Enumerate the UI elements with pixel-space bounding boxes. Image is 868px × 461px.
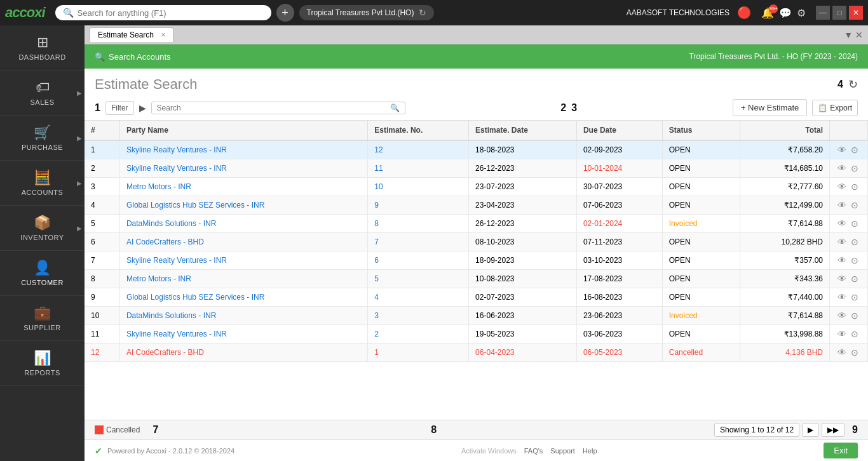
cell-est-no[interactable]: 7 bbox=[368, 233, 469, 251]
cell-party[interactable]: Global Logistics Hub SEZ Services - INR bbox=[119, 196, 367, 215]
sidebar-item-customer[interactable]: 👤 CUSTOMER bbox=[0, 251, 85, 296]
close-button[interactable]: ✕ bbox=[849, 6, 863, 20]
filter-button[interactable]: Filter bbox=[105, 101, 134, 115]
estimate-table-wrapper[interactable]: # Party Name Estimate. No. Estimate. Dat… bbox=[85, 121, 868, 420]
tab-close-button[interactable]: × bbox=[161, 30, 165, 39]
cell-party[interactable]: AI CodeCrafters - BHD bbox=[119, 233, 367, 251]
sidebar-item-reports[interactable]: 📊 REPORTS bbox=[0, 341, 85, 386]
table-row[interactable]: 10 DataMinds Solutions - INR 3 16-06-202… bbox=[85, 307, 868, 325]
tab-pin-button[interactable]: ▼ bbox=[844, 30, 853, 40]
sidebar-item-dashboard[interactable]: ⊞ DASHBOARD bbox=[0, 25, 85, 70]
view-icon[interactable]: 👁 bbox=[837, 163, 846, 173]
cell-party[interactable]: DataMinds Solutions - INR bbox=[119, 307, 367, 325]
cell-est-no[interactable]: 9 bbox=[368, 196, 469, 215]
cell-est-no[interactable]: 5 bbox=[368, 270, 469, 288]
menu-icon[interactable]: ⊙ bbox=[851, 311, 858, 321]
notification-button[interactable]: 🔔 99+ bbox=[761, 7, 774, 19]
new-estimate-button[interactable]: + New Estimate bbox=[733, 99, 807, 116]
support-link[interactable]: Support bbox=[550, 447, 575, 455]
cell-party[interactable]: Skyline Realty Ventures - INR bbox=[119, 325, 367, 344]
tab-close-all-button[interactable]: ✕ bbox=[855, 30, 863, 40]
export-button[interactable]: 📋 Export bbox=[812, 100, 858, 116]
sidebar-item-sales[interactable]: 🏷 SALES ▶ bbox=[0, 70, 85, 116]
table-row[interactable]: 1 Skyline Realty Ventures - INR 12 18-08… bbox=[85, 140, 868, 159]
view-icon[interactable]: 👁 bbox=[837, 255, 846, 265]
menu-icon[interactable]: ⊙ bbox=[851, 163, 858, 173]
cell-party[interactable]: Metro Motors - INR bbox=[119, 270, 367, 288]
view-icon[interactable]: 👁 bbox=[837, 237, 846, 247]
sidebar-item-accounts[interactable]: 🧮 ACCOUNTS ▶ bbox=[0, 161, 85, 206]
cell-est-no[interactable]: 4 bbox=[368, 288, 469, 307]
chat-button[interactable]: 💬 bbox=[779, 7, 792, 19]
table-row[interactable]: 11 Skyline Realty Ventures - INR 2 19-05… bbox=[85, 325, 868, 344]
sidebar-item-purchase[interactable]: 🛒 PURCHASE ▶ bbox=[0, 116, 85, 161]
help-link[interactable]: Help bbox=[583, 447, 597, 455]
table-row[interactable]: 7 Skyline Realty Ventures - INR 6 18-09-… bbox=[85, 251, 868, 270]
menu-icon[interactable]: ⊙ bbox=[851, 237, 858, 247]
cell-est-no[interactable]: 1 bbox=[368, 344, 469, 362]
table-row[interactable]: 12 AI CodeCrafters - BHD 1 06-04-2023 06… bbox=[85, 344, 868, 362]
view-icon[interactable]: 👁 bbox=[837, 200, 846, 210]
menu-icon[interactable]: ⊙ bbox=[851, 292, 858, 302]
cell-total: ₹2,777.60 bbox=[740, 178, 829, 196]
minimize-button[interactable]: — bbox=[816, 6, 830, 20]
view-icon[interactable]: 👁 bbox=[837, 329, 846, 339]
menu-icon[interactable]: ⊙ bbox=[851, 255, 858, 265]
table-row[interactable]: 4 Global Logistics Hub SEZ Services - IN… bbox=[85, 196, 868, 215]
view-icon[interactable]: 👁 bbox=[837, 292, 846, 302]
table-row[interactable]: 6 AI CodeCrafters - BHD 7 08-10-2023 07-… bbox=[85, 233, 868, 251]
table-row[interactable]: 5 DataMinds Solutions - INR 8 26-12-2023… bbox=[85, 215, 868, 233]
cell-party[interactable]: AI CodeCrafters - BHD bbox=[119, 344, 367, 362]
cell-est-no[interactable]: 8 bbox=[368, 215, 469, 233]
view-icon[interactable]: 👁 bbox=[837, 347, 846, 357]
cell-party[interactable]: Skyline Realty Ventures - INR bbox=[119, 140, 367, 159]
menu-icon[interactable]: ⊙ bbox=[851, 200, 858, 210]
maximize-button[interactable]: □ bbox=[832, 6, 846, 20]
menu-icon[interactable]: ⊙ bbox=[851, 274, 858, 284]
next-page-button[interactable]: ▶ bbox=[802, 423, 819, 437]
view-icon[interactable]: 👁 bbox=[837, 182, 846, 192]
cell-est-no[interactable]: 10 bbox=[368, 178, 469, 196]
sidebar-item-inventory[interactable]: 📦 INVENTORY ▶ bbox=[0, 206, 85, 251]
view-icon[interactable]: 👁 bbox=[837, 145, 846, 155]
cell-party[interactable]: Skyline Realty Ventures - INR bbox=[119, 251, 367, 270]
table-row[interactable]: 3 Metro Motors - INR 10 23-07-2023 30-07… bbox=[85, 178, 868, 196]
company-selector[interactable]: Tropical Treasures Pvt Ltd.(HO) ↻ bbox=[299, 5, 435, 20]
menu-icon[interactable]: ⊙ bbox=[851, 145, 858, 155]
search-input-wrapper[interactable]: 🔍 bbox=[151, 102, 405, 114]
cell-est-no[interactable]: 6 bbox=[368, 251, 469, 270]
sidebar-item-supplier[interactable]: 💼 SUPPLIER bbox=[0, 296, 85, 341]
table-row[interactable]: 2 Skyline Realty Ventures - INR 11 26-12… bbox=[85, 159, 868, 178]
view-icon[interactable]: 👁 bbox=[837, 218, 846, 229]
menu-icon[interactable]: ⊙ bbox=[851, 347, 858, 357]
view-icon[interactable]: 👁 bbox=[837, 311, 846, 321]
table-row[interactable]: 8 Metro Motors - INR 5 10-08-2023 17-08-… bbox=[85, 270, 868, 288]
cell-est-no[interactable]: 2 bbox=[368, 325, 469, 344]
cell-party[interactable]: Skyline Realty Ventures - INR bbox=[119, 159, 367, 178]
exit-button[interactable]: Exit bbox=[824, 443, 858, 458]
settings-button[interactable]: ⚙ bbox=[797, 7, 806, 19]
view-icon[interactable]: 👁 bbox=[837, 274, 846, 284]
cell-est-no[interactable]: 3 bbox=[368, 307, 469, 325]
last-page-button[interactable]: ▶▶ bbox=[822, 423, 844, 437]
global-search-box[interactable]: 🔍 bbox=[55, 5, 271, 20]
new-estimate-label: + New Estimate bbox=[741, 103, 799, 112]
col-due-date: Due Date bbox=[576, 121, 662, 140]
search-accounts-button[interactable]: 🔍 Search Accounts bbox=[95, 52, 171, 62]
play-button[interactable]: ▶ bbox=[139, 103, 146, 113]
refresh-button[interactable]: ↻ bbox=[848, 77, 858, 91]
menu-icon[interactable]: ⊙ bbox=[851, 182, 858, 192]
faq-link[interactable]: FAQ's bbox=[524, 447, 543, 455]
menu-icon[interactable]: ⊙ bbox=[851, 218, 858, 229]
cell-est-no[interactable]: 11 bbox=[368, 159, 469, 178]
table-row[interactable]: 9 Global Logistics Hub SEZ Services - IN… bbox=[85, 288, 868, 307]
cell-est-no[interactable]: 12 bbox=[368, 140, 469, 159]
search-input[interactable] bbox=[78, 8, 255, 18]
search-field[interactable] bbox=[157, 104, 388, 112]
menu-icon[interactable]: ⊙ bbox=[851, 329, 858, 339]
cell-party[interactable]: Metro Motors - INR bbox=[119, 178, 367, 196]
cell-party[interactable]: Global Logistics Hub SEZ Services - INR bbox=[119, 288, 367, 307]
add-button[interactable]: + bbox=[276, 4, 294, 22]
cell-party[interactable]: DataMinds Solutions - INR bbox=[119, 215, 367, 233]
tab-estimate-search[interactable]: Estimate Search × bbox=[90, 27, 173, 42]
